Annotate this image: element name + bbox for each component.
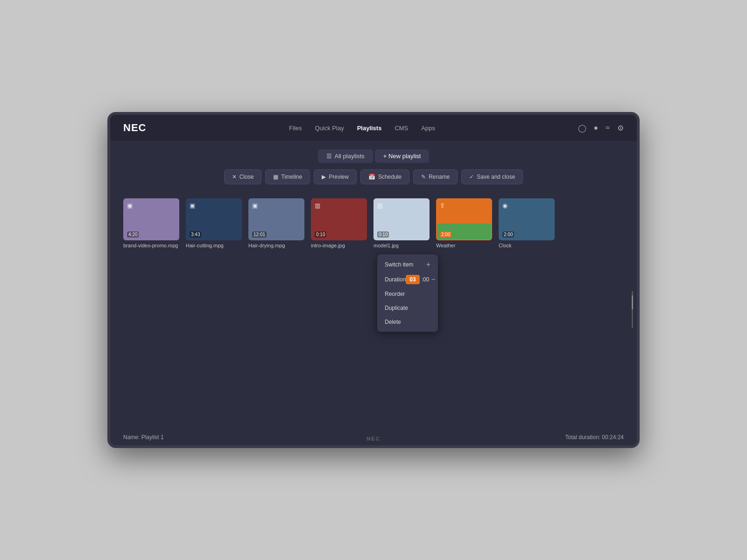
card-thumbnail-3: ▣ 12:01 — [248, 198, 304, 240]
total-duration: Total duration: 00:24:24 — [565, 434, 624, 441]
card-thumbnail-2: ▣ 3:43 — [186, 198, 242, 240]
content-area: ▣ 4:20 brand-video-promo.mpg ▣ 3:43 Hair… — [110, 189, 637, 429]
save-close-button[interactable]: ✓ Save and close — [461, 169, 523, 184]
card-thumbnail-5: ▥ 0:10 — [374, 198, 430, 240]
toolbar-area: ☰ All playlists + New playlist ✕ Close ▦… — [110, 141, 637, 189]
timeline-button[interactable]: ▦ Timeline — [265, 169, 310, 184]
playlist-card-2[interactable]: ▣ 3:43 Hair-cutting.mpg — [186, 198, 242, 248]
rename-icon: ✎ — [421, 174, 426, 180]
settings-icon[interactable]: ⚙ — [617, 124, 624, 133]
playlist-card-1[interactable]: ▣ 4:20 brand-video-promo.mpg — [123, 198, 179, 248]
card-duration-1: 4:20 — [127, 231, 139, 238]
nav-cms[interactable]: CMS — [395, 125, 408, 132]
playlist-card-7[interactable]: ◉ 2:00 Clock — [499, 198, 555, 248]
card-label-7: Clock — [499, 243, 555, 248]
weather-icon: ⇧ — [440, 202, 445, 209]
preview-button[interactable]: ▶ Preview — [314, 169, 357, 184]
ctx-reorder[interactable]: Reorder — [377, 287, 438, 301]
card-label-6: Weather — [436, 243, 492, 248]
card-thumbnail-6: ⇧ 2:00 — [436, 198, 492, 240]
card-label-2: Hair-cutting.mpg — [186, 243, 242, 248]
card-label-3: Hair-drying.mpg — [248, 243, 304, 248]
nav-playlists[interactable]: Playlists — [357, 125, 382, 132]
duration-input: 03 :00 − — [406, 275, 435, 284]
duration-value[interactable]: 03 — [406, 275, 419, 284]
footer-logo: NEC — [366, 436, 380, 441]
card-duration-6: 2:00 — [440, 231, 451, 238]
ctx-switch-label: Switch item — [385, 261, 413, 268]
card-label-1: brand-video-promo.mpg — [123, 243, 179, 248]
card-label-5: model1.jpg — [374, 243, 430, 248]
close-button[interactable]: ✕ Close — [224, 169, 262, 184]
top-buttons: ☰ All playlists + New playlist — [318, 149, 430, 163]
card-thumbnail-1: ▣ 4:20 — [123, 198, 179, 240]
image-icon-5: ▥ — [377, 202, 383, 209]
card-label-4: intro-image.jpg — [311, 243, 367, 248]
playlist-card-5[interactable]: ▥ 0:10 model1.jpg — [374, 198, 430, 248]
ctx-duration-label: Duration — [385, 276, 406, 283]
action-bar: ✕ Close ▦ Timeline ▶ Preview 📅 Schedule … — [224, 169, 523, 184]
playlist-card-4[interactable]: ▥ 0:10 intro-image.jpg — [311, 198, 367, 248]
card-thumbnail-4: ▥ 0:10 — [311, 198, 367, 240]
ctx-switch-item[interactable]: Switch item + — [377, 257, 438, 272]
schedule-icon: 📅 — [368, 174, 375, 180]
header: NEC Files Quick Play Playlists CMS Apps … — [110, 115, 637, 141]
scroll-indicator — [632, 291, 633, 328]
card-duration-2: 3:43 — [190, 231, 201, 238]
card-thumbnail-7: ◉ 2:00 — [499, 198, 555, 240]
nav-files[interactable]: Files — [289, 125, 302, 132]
new-playlist-button[interactable]: + New playlist — [375, 149, 430, 163]
image-icon-4: ▥ — [315, 202, 320, 209]
save-icon: ✓ — [469, 174, 474, 180]
ctx-reorder-label: Reorder — [385, 291, 405, 297]
header-icons: ◯ ● ≈ ⚙ — [578, 124, 624, 133]
playlist-items: ▣ 4:20 brand-video-promo.mpg ▣ 3:43 Hair… — [123, 198, 624, 248]
main-nav: Files Quick Play Playlists CMS Apps — [289, 125, 435, 132]
schedule-button[interactable]: 📅 Schedule — [360, 169, 409, 184]
all-playlists-button[interactable]: ☰ All playlists — [318, 149, 373, 163]
ctx-delete[interactable]: Delete — [377, 315, 438, 329]
user-icon[interactable]: ◯ — [578, 124, 586, 133]
close-icon: ✕ — [232, 174, 237, 180]
nav-quickplay[interactable]: Quick Play — [315, 125, 344, 132]
tv-frame: NEC Files Quick Play Playlists CMS Apps … — [107, 112, 640, 448]
context-menu: Switch item + Duration 03 :00 − Reorder … — [377, 254, 438, 332]
wifi-icon[interactable]: ≈ — [606, 124, 610, 132]
card-duration-3: 12:01 — [252, 231, 267, 238]
nav-apps[interactable]: Apps — [421, 125, 435, 132]
logo: NEC — [123, 122, 146, 134]
ctx-plus-icon-0[interactable]: + — [426, 261, 430, 268]
scroll-thumb — [632, 295, 633, 309]
card-duration-5: 0:10 — [377, 231, 389, 238]
ctx-duplicate-label: Duplicate — [385, 305, 408, 311]
list-icon: ☰ — [326, 153, 332, 160]
tv-screen: NEC Files Quick Play Playlists CMS Apps … — [110, 115, 637, 445]
duration-suffix: :00 — [422, 276, 430, 283]
clock-icon: ◉ — [502, 202, 507, 209]
ctx-delete-label: Delete — [385, 319, 401, 325]
video-icon-2: ▣ — [190, 202, 195, 209]
card-duration-4: 0:10 — [315, 231, 326, 238]
globe-icon[interactable]: ● — [594, 124, 599, 132]
playlist-card-6[interactable]: ⇧ 2:00 Weather — [436, 198, 492, 248]
timeline-icon: ▦ — [273, 174, 278, 180]
card-duration-7: 2:00 — [502, 231, 514, 238]
playlist-name: Name: Playlist 1 — [123, 434, 164, 441]
ctx-minus-icon[interactable]: − — [431, 276, 435, 283]
video-icon-3: ▣ — [252, 202, 258, 209]
playlist-card-3[interactable]: ▣ 12:01 Hair-drying.mpg — [248, 198, 304, 248]
play-icon: ▶ — [322, 174, 326, 180]
rename-button[interactable]: ✎ Rename — [413, 169, 458, 184]
ctx-duplicate[interactable]: Duplicate — [377, 301, 438, 315]
ctx-duration-row[interactable]: Duration 03 :00 − — [377, 272, 438, 287]
video-icon-1: ▣ — [127, 202, 133, 209]
